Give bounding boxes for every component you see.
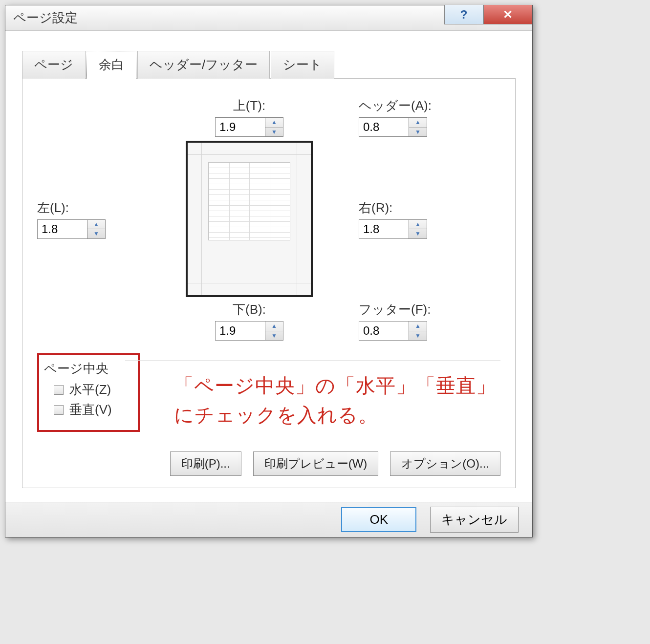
- margins-panel: 上(T): ▲▼ ヘッダー(A): ▲▼ 左(L):: [22, 79, 516, 488]
- header-margin-input[interactable]: [359, 117, 409, 137]
- tab-margins[interactable]: 余白: [87, 51, 136, 79]
- left-margin-label: 左(L):: [37, 199, 106, 216]
- page-center-highlight: ページ中央 水平(Z) 垂直(V): [37, 353, 140, 432]
- options-button[interactable]: オプション(O)...: [390, 451, 500, 476]
- left-margin-spinner[interactable]: ▲▼: [37, 219, 106, 239]
- print-preview-button[interactable]: 印刷プレビュー(W): [253, 451, 379, 476]
- center-vertical-checkbox[interactable]: [54, 405, 64, 415]
- page-center-section: ページ中央 水平(Z) 垂直(V) 「ページ中央」の「水平」「垂直」 にチェック…: [37, 353, 500, 432]
- top-margin-label: 上(T):: [215, 97, 283, 114]
- bottom-margin-spinner[interactable]: ▲▼: [215, 321, 283, 341]
- center-horizontal-checkbox[interactable]: [54, 385, 64, 395]
- spinner-arrows-icon[interactable]: ▲▼: [409, 117, 427, 137]
- preview-content-icon: [208, 162, 290, 240]
- tab-sheet[interactable]: シート: [271, 51, 334, 79]
- spinner-arrows-icon[interactable]: ▲▼: [409, 219, 427, 239]
- right-margin-label: 右(R):: [359, 199, 427, 216]
- margin-grid: 上(T): ▲▼ ヘッダー(A): ▲▼ 左(L):: [37, 93, 500, 344]
- footer-margin-spinner[interactable]: ▲▼: [359, 321, 427, 341]
- tab-strip: ページ 余白 ヘッダー/フッター シート: [22, 50, 516, 79]
- page-center-legend: ページ中央: [44, 360, 125, 377]
- spinner-arrows-icon[interactable]: ▲▼: [265, 117, 283, 137]
- client-area: ページ 余白 ヘッダー/フッター シート 上(T): ▲▼ ヘッダー(A):: [5, 31, 532, 502]
- top-margin-spinner[interactable]: ▲▼: [215, 117, 283, 137]
- titlebar: ページ設定 ? ✕: [5, 5, 532, 31]
- footer-margin-input[interactable]: [359, 321, 409, 341]
- top-margin-input[interactable]: [215, 117, 265, 137]
- dialog-footer: OK キャンセル: [5, 502, 532, 537]
- right-margin-input[interactable]: [359, 219, 409, 239]
- page-setup-dialog: ページ設定 ? ✕ ページ 余白 ヘッダー/フッター シート 上(T): ▲▼: [5, 5, 533, 537]
- annotation-text: 「ページ中央」の「水平」「垂直」 にチェックを入れる。: [174, 371, 496, 429]
- right-margin-spinner[interactable]: ▲▼: [359, 219, 427, 239]
- left-margin-input[interactable]: [37, 219, 87, 239]
- ok-button[interactable]: OK: [341, 507, 416, 532]
- print-button[interactable]: 印刷(P)...: [170, 451, 241, 476]
- action-button-row: 印刷(P)... 印刷プレビュー(W) オプション(O)...: [37, 451, 500, 476]
- footer-margin-label: フッター(F):: [359, 301, 431, 318]
- page-preview: [186, 141, 313, 297]
- spinner-arrows-icon[interactable]: ▲▼: [265, 321, 283, 341]
- dialog-title: ページ設定: [5, 9, 78, 26]
- close-button[interactable]: ✕: [483, 5, 532, 24]
- center-vertical-label: 垂直(V): [69, 401, 112, 418]
- spinner-arrows-icon[interactable]: ▲▼: [409, 321, 427, 341]
- tab-page[interactable]: ページ: [22, 51, 86, 79]
- bottom-margin-input[interactable]: [215, 321, 265, 341]
- spinner-arrows-icon[interactable]: ▲▼: [87, 219, 106, 239]
- center-horizontal-label: 水平(Z): [69, 381, 111, 398]
- tab-header-footer[interactable]: ヘッダー/フッター: [137, 51, 270, 79]
- bottom-margin-label: 下(B):: [215, 301, 283, 318]
- help-button[interactable]: ?: [444, 5, 483, 24]
- header-margin-spinner[interactable]: ▲▼: [359, 117, 427, 137]
- header-margin-label: ヘッダー(A):: [359, 97, 432, 114]
- cancel-button[interactable]: キャンセル: [430, 507, 519, 533]
